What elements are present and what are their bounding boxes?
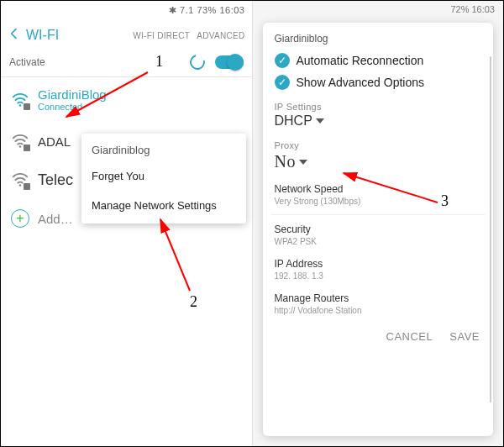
wifi-direct-link[interactable]: WI-FI DIRECT bbox=[133, 31, 190, 40]
context-menu-title: Giardiniblog bbox=[81, 137, 246, 161]
wifi-header: WI-FI WI-FI DIRECT ADVANCED bbox=[1, 19, 252, 51]
svg-point-1 bbox=[19, 145, 22, 148]
ip-settings-value: DHCP bbox=[275, 113, 312, 129]
network-speed-value: Very Strong (130Mbps) bbox=[275, 197, 482, 206]
network-name: ADAL bbox=[38, 134, 71, 149]
activate-label: Activate bbox=[9, 56, 45, 68]
divider bbox=[271, 214, 486, 215]
add-icon[interactable]: + bbox=[11, 209, 29, 228]
page-title: WI-FI bbox=[26, 28, 59, 43]
wifi-icon bbox=[11, 171, 29, 189]
left-screen: ✱ 7.1 73% 16:03 WI-FI WI-FI DIRECT ADVAN… bbox=[1, 1, 253, 446]
activate-row: Activate bbox=[1, 51, 252, 76]
checkbox-checked-icon: ✓ bbox=[275, 53, 290, 68]
proxy-value: No bbox=[275, 152, 296, 171]
advanced-link[interactable]: ADVANCED bbox=[197, 31, 244, 40]
auto-reconnect-label: Automatic Reconnection bbox=[297, 54, 424, 67]
wifi-icon bbox=[11, 91, 29, 109]
ip-address-label: IP Address bbox=[275, 258, 482, 270]
auto-reconnect-row[interactable]: ✓ Automatic Reconnection bbox=[275, 53, 482, 68]
security-label: Security bbox=[275, 224, 482, 235]
svg-point-0 bbox=[19, 104, 22, 107]
security-value: WPA2 PSK bbox=[275, 237, 482, 246]
manage-network-settings-item[interactable]: Manage Network Settings bbox=[81, 191, 246, 220]
add-network-label: Add… bbox=[38, 212, 73, 226]
network-settings-dialog: Giardiniblog ✓ Automatic Reconnection ✓ … bbox=[263, 23, 494, 436]
network-speed-label: Network Speed bbox=[275, 183, 482, 195]
refresh-icon[interactable] bbox=[186, 52, 207, 73]
ip-settings-dropdown[interactable]: DHCP bbox=[275, 113, 482, 129]
chevron-down-icon bbox=[299, 160, 307, 165]
ip-address-value: 192. 188. 1.3 bbox=[275, 271, 482, 281]
scrollbar[interactable] bbox=[490, 56, 491, 402]
proxy-label: Proxy bbox=[275, 140, 482, 150]
ip-settings-label: IP Settings bbox=[275, 102, 482, 112]
manage-routers-label: Manage Routers bbox=[275, 292, 482, 304]
network-name: GiardiniBlog bbox=[38, 87, 107, 102]
dialog-title: Giardiniblog bbox=[275, 33, 482, 45]
svg-point-2 bbox=[19, 184, 22, 187]
proxy-dropdown[interactable]: No bbox=[275, 152, 482, 171]
statusbar-right: 72% 16:03 bbox=[450, 4, 495, 14]
network-status: Connected bbox=[38, 102, 107, 112]
wifi-icon bbox=[11, 132, 29, 150]
network-item-connected[interactable]: GiardiniBlog Connected bbox=[1, 77, 252, 122]
wifi-toggle[interactable] bbox=[215, 55, 244, 69]
checkbox-checked-icon: ✓ bbox=[275, 75, 290, 90]
show-advanced-row[interactable]: ✓ Show Advanced Options bbox=[275, 75, 482, 90]
manage-routers-value: http:// Vodafone Station bbox=[275, 306, 482, 315]
status-text: ✱ 7.1 73% 16:03 bbox=[169, 5, 245, 16]
right-screen: 72% 16:03 Giardiniblog ✓ Automatic Recon… bbox=[253, 1, 504, 446]
cancel-button[interactable]: CANCEL bbox=[385, 327, 435, 346]
network-name: Telec bbox=[38, 171, 73, 189]
save-button[interactable]: SAVE bbox=[448, 327, 481, 346]
chevron-down-icon bbox=[316, 118, 324, 124]
show-advanced-label: Show Advanced Options bbox=[297, 76, 425, 89]
back-icon[interactable] bbox=[8, 27, 21, 44]
forget-network-item[interactable]: Forget You bbox=[81, 161, 246, 191]
statusbar-left: ✱ 7.1 73% 16:03 bbox=[1, 1, 252, 19]
network-context-menu: Giardiniblog Forget You Manage Network S… bbox=[81, 134, 246, 224]
